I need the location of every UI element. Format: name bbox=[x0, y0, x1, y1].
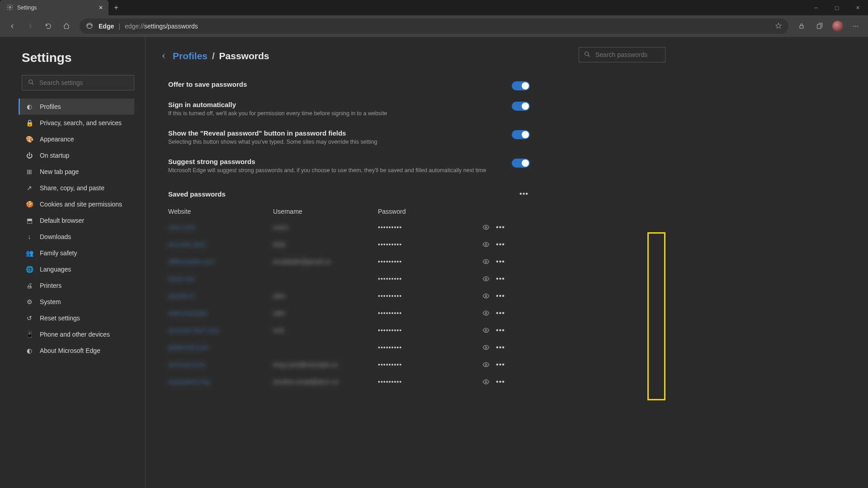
setting-title: Show the "Reveal password" button in pas… bbox=[168, 129, 530, 137]
sidebar-item-on-startup[interactable]: ⏻On startup bbox=[20, 147, 134, 164]
search-settings[interactable] bbox=[22, 75, 134, 90]
breadcrumb-profiles-link[interactable]: Profiles bbox=[173, 51, 208, 61]
address-bar[interactable]: Edge | edge://settings/passwords bbox=[80, 19, 788, 34]
password-row-more-button[interactable]: ••• bbox=[493, 361, 508, 369]
search-icon bbox=[584, 51, 591, 59]
app-menu-button[interactable]: ··· bbox=[847, 18, 864, 35]
password-cell: ••••••••• bbox=[378, 253, 479, 270]
sidebar-item-label: Cookies and site permissions bbox=[40, 201, 122, 208]
sidebar-item-label: On startup bbox=[40, 152, 69, 159]
sidebar-item-system[interactable]: ⚙System bbox=[20, 294, 134, 310]
password-row-more-button[interactable]: ••• bbox=[493, 275, 508, 283]
window-controls: ─ ▢ ✕ bbox=[806, 0, 868, 15]
setting-description: If this is turned off, we'll ask you for… bbox=[168, 110, 530, 117]
search-passwords-input[interactable] bbox=[595, 51, 675, 58]
reveal-password-button[interactable] bbox=[479, 327, 493, 334]
new-tab-button[interactable]: + bbox=[108, 4, 124, 12]
password-row-more-button[interactable]: ••• bbox=[493, 309, 508, 317]
reveal-password-button[interactable] bbox=[479, 378, 493, 385]
reveal-password-button[interactable] bbox=[479, 275, 493, 282]
password-cell: ••••••••• bbox=[378, 270, 479, 287]
password-row-more-button[interactable]: ••• bbox=[493, 326, 508, 334]
refresh-button[interactable] bbox=[40, 18, 57, 35]
back-button[interactable] bbox=[4, 18, 21, 35]
website-cell[interactable]: site6.example bbox=[168, 305, 273, 322]
password-row-more-button[interactable]: ••• bbox=[493, 343, 508, 352]
password-row-more-button[interactable]: ••• bbox=[493, 240, 508, 249]
saved-passwords-heading: Saved passwords bbox=[168, 190, 518, 198]
reveal-password-button[interactable] bbox=[479, 310, 493, 317]
maximize-button[interactable]: ▢ bbox=[826, 0, 847, 15]
sidebar-item-label: Downloads bbox=[40, 233, 71, 240]
sidebar-item-appearance[interactable]: 🎨Appearance bbox=[20, 131, 134, 147]
sidebar-item-label: Appearance bbox=[40, 136, 74, 143]
website-cell[interactable]: account.site7.com bbox=[168, 322, 273, 339]
setting-row: Suggest strong passwordsMicrosoft Edge w… bbox=[155, 151, 530, 180]
sidebar-item-privacy-search-and-services[interactable]: 🔒Privacy, search, and services bbox=[20, 115, 134, 131]
minimize-button[interactable]: ─ bbox=[806, 0, 826, 15]
password-row-more-button[interactable]: ••• bbox=[493, 292, 508, 300]
reveal-password-button[interactable] bbox=[479, 292, 493, 300]
toggle-switch[interactable] bbox=[512, 159, 530, 168]
password-row-more-button[interactable]: ••• bbox=[493, 223, 508, 231]
password-row-more-button[interactable]: ••• bbox=[493, 378, 508, 386]
forward-button[interactable] bbox=[22, 18, 39, 35]
tracking-prevention-icon[interactable] bbox=[793, 18, 810, 35]
website-cell[interactable]: differentsite.com bbox=[168, 253, 273, 270]
sidebar-item-phone-and-other-devices[interactable]: 📱Phone and other devices bbox=[20, 326, 134, 343]
col-password: Password bbox=[378, 204, 479, 219]
username-cell: long.user@example.co bbox=[273, 356, 378, 373]
reveal-password-button[interactable] bbox=[479, 344, 493, 351]
website-cell[interactable]: example10.org bbox=[168, 373, 273, 390]
collections-icon[interactable] bbox=[811, 18, 828, 35]
sidebar-item-printers[interactable]: 🖨Printers bbox=[20, 277, 134, 294]
toggle-switch[interactable] bbox=[512, 130, 530, 139]
sidebar-item-profiles[interactable]: ◐Profiles bbox=[19, 99, 134, 115]
website-cell[interactable]: site1.com bbox=[168, 219, 273, 236]
sidebar-item-languages[interactable]: 🌐Languages bbox=[20, 261, 134, 277]
sidebar-item-about-microsoft-edge[interactable]: ◐About Microsoft Edge bbox=[20, 343, 134, 359]
website-cell[interactable]: portal5.io bbox=[168, 287, 273, 305]
website-cell[interactable]: service9.com bbox=[168, 356, 273, 373]
nav-icon: ↓ bbox=[25, 233, 33, 240]
col-website: Website bbox=[168, 204, 273, 219]
sidebar-item-label: Default browser bbox=[40, 217, 84, 224]
website-cell[interactable]: account.site2 bbox=[168, 236, 273, 253]
close-tab-icon[interactable]: ✕ bbox=[99, 5, 103, 11]
username-cell: adm bbox=[273, 305, 378, 322]
sidebar-item-new-tab-page[interactable]: ⊞New tab page bbox=[20, 164, 134, 180]
toggle-switch[interactable] bbox=[512, 81, 530, 90]
search-settings-input[interactable] bbox=[39, 79, 128, 86]
sidebar-item-family-safety[interactable]: 👥Family safety bbox=[20, 245, 134, 261]
sidebar-item-label: Languages bbox=[40, 266, 71, 273]
setting-row: Offer to save passwords bbox=[155, 74, 530, 94]
sidebar-item-default-browser[interactable]: ⬒Default browser bbox=[20, 212, 134, 229]
reveal-password-button[interactable] bbox=[479, 224, 493, 231]
website-cell[interactable]: platform8.com bbox=[168, 339, 273, 356]
password-cell: ••••••••• bbox=[378, 219, 479, 236]
sidebar-item-downloads[interactable]: ↓Downloads bbox=[20, 229, 134, 245]
sidebar-item-share-copy-and-paste[interactable]: ↗Share, copy, and paste bbox=[20, 180, 134, 196]
saved-passwords-more-button[interactable]: ••• bbox=[518, 188, 530, 200]
svg-point-9 bbox=[485, 278, 487, 280]
search-passwords[interactable] bbox=[579, 47, 665, 62]
settings-sidebar: Settings ◐Profiles🔒Privacy, search, and … bbox=[0, 37, 146, 488]
reveal-password-button[interactable] bbox=[479, 361, 493, 368]
page-back-button[interactable] bbox=[155, 52, 173, 60]
svg-point-12 bbox=[485, 329, 487, 331]
toggle-switch[interactable] bbox=[512, 102, 530, 111]
close-window-button[interactable]: ✕ bbox=[847, 0, 868, 15]
reveal-password-button[interactable] bbox=[479, 241, 493, 248]
favorite-icon[interactable] bbox=[775, 22, 782, 31]
toolbar: Edge | edge://settings/passwords ··· bbox=[0, 15, 868, 37]
sidebar-item-reset-settings[interactable]: ↺Reset settings bbox=[20, 310, 134, 326]
home-button[interactable] bbox=[58, 18, 75, 35]
title-bar: Settings ✕ + ─ ▢ ✕ bbox=[0, 0, 868, 15]
profile-button[interactable] bbox=[829, 18, 846, 35]
browser-tab[interactable]: Settings ✕ bbox=[0, 0, 108, 15]
password-row-more-button[interactable]: ••• bbox=[493, 258, 508, 266]
reveal-password-button[interactable] bbox=[479, 258, 493, 265]
sidebar-item-cookies-and-site-permissions[interactable]: 🍪Cookies and site permissions bbox=[20, 196, 134, 212]
website-cell[interactable]: host4.net bbox=[168, 270, 273, 287]
search-icon bbox=[28, 79, 35, 87]
